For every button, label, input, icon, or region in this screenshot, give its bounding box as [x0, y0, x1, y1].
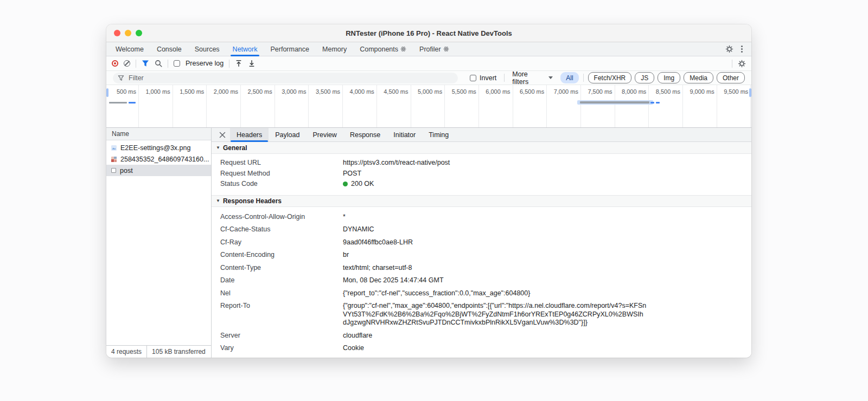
overflow-menu-icon[interactable]	[740, 44, 744, 54]
timeline-tick: 500 ms	[106, 85, 139, 127]
react-atom-icon	[443, 46, 449, 52]
invert-checkbox[interactable]	[470, 75, 476, 81]
settings-gear-icon[interactable]	[725, 45, 733, 53]
header-row: Content-Encoding br	[212, 249, 751, 262]
export-har-icon[interactable]	[248, 60, 256, 67]
chip-fetch-xhr[interactable]: Fetch/XHR	[588, 72, 632, 83]
tab-response[interactable]: Response	[343, 128, 387, 141]
timeline-tick: 6,500 ms	[513, 85, 547, 127]
chip-img[interactable]: Img	[658, 72, 680, 83]
name-column-header[interactable]: Name	[106, 128, 211, 140]
header-row: Cf-Cache-Status DYNAMIC	[212, 223, 751, 236]
headers-pane: ▼ General Request URL https://ptsv3.com/…	[212, 142, 751, 358]
request-row-258435352[interactable]: 258435352_648609743160...	[106, 153, 211, 165]
filter-funnel-outline-icon	[118, 75, 124, 81]
status-ok-dot	[343, 182, 348, 186]
timeline-tick: 5,500 ms	[445, 85, 479, 127]
timeline-tick: 8,000 ms	[615, 85, 649, 127]
search-icon[interactable]	[155, 60, 162, 67]
tab-sources[interactable]: Sources	[188, 42, 226, 56]
chip-other[interactable]: Other	[717, 72, 745, 83]
devtools-window: RNTester (iPhone 16 Pro) - React Native …	[106, 24, 751, 358]
devtools-tab-bar: Welcome Console Sources Network Performa…	[106, 42, 751, 56]
timeline-tick: 4,000 ms	[343, 85, 377, 127]
waterfall-bar	[109, 102, 127, 104]
timeline-tick: 2,000 ms	[207, 85, 241, 127]
network-toolbar: Preserve log	[106, 56, 751, 71]
window-title: RNTester (iPhone 16 Pro) - React Native …	[346, 29, 512, 37]
header-row: Cf-Ray 9aad0f46ffbc0ae8-LHR	[212, 236, 751, 249]
header-row: Access-Control-Allow-Origin *	[212, 211, 751, 224]
tab-console[interactable]: Console	[150, 42, 188, 56]
waterfall-bar	[656, 102, 660, 104]
filter-funnel-icon[interactable]	[142, 60, 149, 67]
transferred-size: 105 kB transferred	[147, 348, 210, 355]
zoom-window-button[interactable]	[136, 30, 142, 36]
collapse-triangle-icon: ▼	[216, 146, 220, 150]
header-row: Request Method POST	[212, 169, 751, 179]
timeline-tick: 8,500 ms	[649, 85, 683, 127]
traffic-lights	[114, 24, 142, 42]
overview-right-handle[interactable]	[749, 88, 751, 97]
chip-all[interactable]: All	[560, 72, 578, 83]
timeline-tick: 7,500 ms	[581, 85, 615, 127]
header-row: Content-Type text/html; charset=utf-8	[212, 262, 751, 275]
timeline-tick: 3,500 ms	[309, 85, 343, 127]
timeline-tick: 4,500 ms	[377, 85, 411, 127]
close-window-button[interactable]	[114, 30, 120, 36]
minimize-window-button[interactable]	[125, 30, 131, 36]
tab-timing[interactable]: Timing	[422, 128, 455, 141]
tab-welcome[interactable]: Welcome	[109, 42, 150, 56]
response-headers-section-header[interactable]: ▼ Response Headers	[212, 195, 751, 207]
filter-input-box[interactable]	[113, 73, 458, 83]
invert-label: Invert	[480, 74, 496, 82]
timeline-tick: 5,000 ms	[411, 85, 445, 127]
request-row-e2ee-settings[interactable]: E2EE-settings@3x.png	[106, 142, 211, 153]
header-row: Request URL https://ptsv3.com/t/react-na…	[212, 158, 751, 169]
request-detail-panel: Headers Payload Preview Response Initiat…	[212, 128, 751, 358]
timeline-tick: 9,500 ms	[717, 85, 751, 127]
titlebar: RNTester (iPhone 16 Pro) - React Native …	[106, 24, 751, 42]
network-overview-timeline[interactable]: 500 ms 1,000 ms 1,500 ms 2,000 ms 2,500 …	[106, 85, 751, 128]
record-network-log-button[interactable]	[112, 60, 118, 67]
detail-tab-bar: Headers Payload Preview Response Initiat…	[212, 128, 751, 142]
tab-initiator[interactable]: Initiator	[387, 128, 422, 141]
tab-components[interactable]: Components	[353, 42, 413, 56]
chip-media[interactable]: Media	[684, 72, 713, 83]
react-atom-icon	[400, 46, 406, 52]
timeline-tick: 1,500 ms	[173, 85, 207, 127]
request-row-post[interactable]: post	[106, 165, 211, 176]
close-detail-icon[interactable]	[215, 128, 230, 141]
waterfall-bar	[650, 102, 654, 104]
timeline-tick: 2,500 ms	[241, 85, 275, 127]
tab-payload[interactable]: Payload	[269, 128, 306, 141]
filter-input[interactable]	[127, 74, 453, 82]
tab-profiler[interactable]: Profiler	[413, 42, 456, 56]
tab-headers[interactable]: Headers	[230, 128, 269, 141]
preserve-log-checkbox[interactable]	[174, 60, 180, 67]
timeline-tick: 6,000 ms	[479, 85, 513, 127]
tab-preview[interactable]: Preview	[306, 128, 343, 141]
request-count: 4 requests	[106, 348, 146, 355]
waterfall-bar	[580, 101, 649, 104]
request-list-panel: Name E2EE-settings@3x.png 258435352_6486…	[106, 128, 212, 358]
import-har-icon[interactable]	[235, 60, 242, 67]
timeline-tick: 9,000 ms	[683, 85, 717, 127]
more-filters-dropdown[interactable]: More filters	[512, 70, 553, 86]
chip-js[interactable]: JS	[635, 72, 654, 83]
header-row: Date Mon, 08 Dec 2025 14:47:44 GMT	[212, 274, 751, 287]
overview-left-handle[interactable]	[106, 88, 108, 97]
general-section-header[interactable]: ▼ General	[212, 142, 751, 154]
header-row: Nel {"report_to":"cf-nel","success_fract…	[212, 287, 751, 300]
image-thumbnail-icon	[111, 157, 117, 162]
clear-network-log-icon[interactable]	[124, 60, 130, 67]
preserve-log-label: Preserve log	[186, 60, 224, 67]
tab-performance[interactable]: Performance	[264, 42, 316, 56]
chevron-down-icon	[548, 76, 553, 79]
request-type-chips: All Fetch/XHR JS Img Media Other	[560, 72, 745, 83]
timeline-tick: 3,000 ms	[275, 85, 309, 127]
document-file-icon	[111, 168, 116, 173]
network-settings-gear-icon[interactable]	[738, 60, 746, 68]
tab-memory[interactable]: Memory	[316, 42, 353, 56]
tab-network[interactable]: Network	[226, 42, 264, 56]
